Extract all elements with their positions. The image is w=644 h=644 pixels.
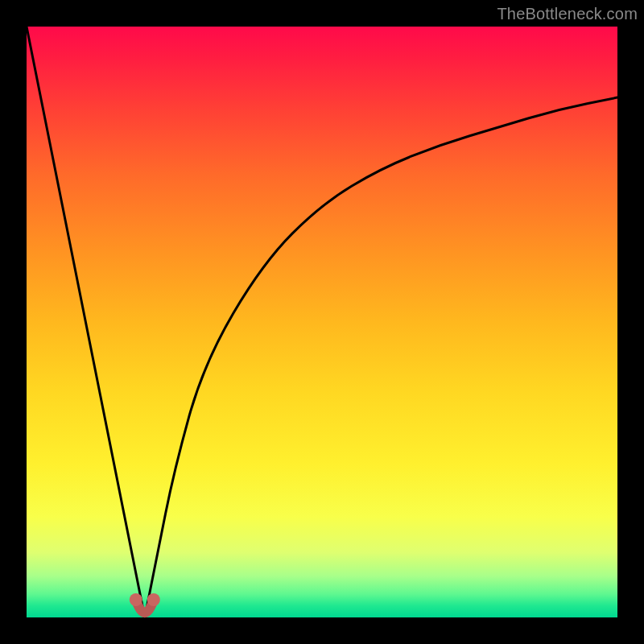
chart-frame: TheBottleneck.com — [0, 0, 644, 644]
marker-dot-1 — [147, 593, 160, 606]
curve-segment — [145, 97, 617, 617]
curve-segment — [27, 27, 145, 617]
watermark-text: TheBottleneck.com — [497, 5, 638, 23]
marker-dot-0 — [130, 593, 142, 606]
chart-curves — [0, 0, 644, 644]
